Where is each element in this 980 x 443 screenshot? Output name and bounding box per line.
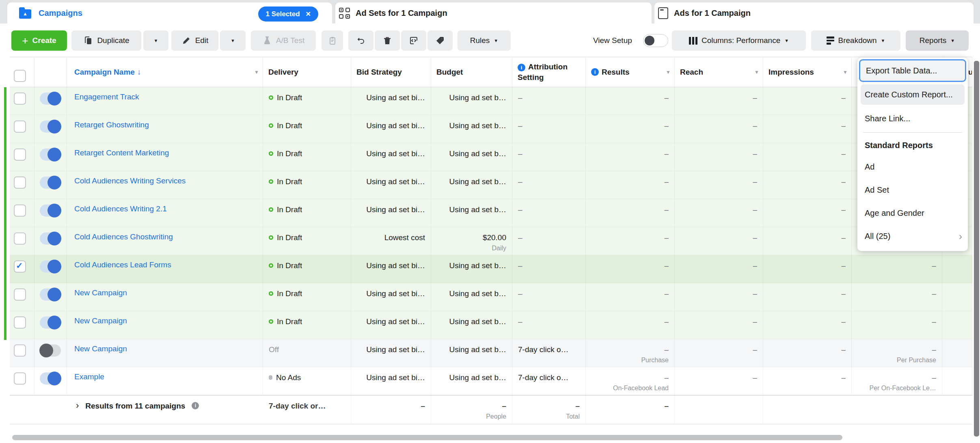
selected-filter-pill[interactable]: 1 Selected ✕ <box>258 6 318 22</box>
create-button[interactable]: + Create <box>11 30 67 51</box>
row-checkbox[interactable] <box>14 176 26 189</box>
campaign-active-toggle[interactable] <box>40 204 61 217</box>
reach-cell: – <box>675 339 763 367</box>
row-checkbox[interactable] <box>14 204 26 217</box>
edit-button[interactable]: Edit <box>171 30 218 51</box>
column-header-reach[interactable]: Reach ▼ <box>675 57 763 87</box>
info-icon[interactable]: i <box>591 68 599 76</box>
table-row[interactable]: Engagement Track In Draft Using ad set b… <box>10 87 972 115</box>
campaign-name-link[interactable]: Cold Audiences Writing Services <box>74 176 186 185</box>
column-header-campaign-name[interactable]: Campaign Name ↓ ▼ <box>67 57 263 87</box>
table-row[interactable]: Cold Audiences Writing 2.1 In Draft Usin… <box>10 199 972 227</box>
menu-item-age-and-gender[interactable]: Age and Gender <box>857 202 968 225</box>
reports-button[interactable]: Reports ▼ <box>906 30 969 51</box>
table-row[interactable]: Cold Audiences Ghostwriting In Draft Low… <box>10 227 972 255</box>
clear-selection-icon[interactable]: ✕ <box>306 10 311 18</box>
menu-item-all[interactable]: All (25) › <box>857 225 968 248</box>
info-icon[interactable]: i <box>192 402 199 409</box>
row-checkbox[interactable] <box>14 232 26 245</box>
column-menu-icon[interactable]: ▼ <box>666 69 671 75</box>
breakdown-button[interactable]: Breakdown ▼ <box>811 30 900 51</box>
edit-dropdown-button[interactable]: ▼ <box>220 30 246 51</box>
view-setup-toggle[interactable] <box>643 34 668 47</box>
menu-item-share-link[interactable]: Share Link... <box>857 107 968 130</box>
table-row[interactable]: New Campaign Off Using ad set bi… Using … <box>10 339 972 367</box>
campaign-name-link[interactable]: Engagement Track <box>74 92 139 101</box>
tab-ad-sets[interactable]: Ad Sets for 1 Campaign <box>335 2 652 24</box>
expand-summary-icon[interactable]: › <box>76 401 79 411</box>
ab-test-button[interactable]: A/B Test <box>251 30 316 51</box>
vertical-scrollbar[interactable] <box>974 61 979 437</box>
duplicate-button[interactable]: Duplicate <box>71 30 141 51</box>
campaign-active-toggle[interactable] <box>40 176 61 189</box>
campaign-inactive-toggle[interactable] <box>40 344 61 357</box>
campaign-name-link[interactable]: Example <box>74 372 104 381</box>
columns-button[interactable]: Columns: Performance ▼ <box>672 30 806 51</box>
campaign-active-toggle[interactable] <box>40 316 61 329</box>
attribution-cell: – <box>512 199 586 227</box>
paste-button[interactable] <box>322 30 343 51</box>
campaign-name-link[interactable]: Retarget Content Marketing <box>74 148 169 157</box>
budget-cell: Using ad set b… <box>431 171 512 199</box>
undo-button[interactable] <box>348 30 373 51</box>
column-menu-icon[interactable]: ▼ <box>843 69 848 75</box>
row-checkbox[interactable] <box>14 316 26 329</box>
info-icon[interactable]: i <box>518 64 525 71</box>
attribution-cell: – <box>512 115 586 143</box>
column-header-bid-strategy[interactable]: Bid Strategy <box>351 57 431 87</box>
tab-campaigns[interactable]: ▲ Campaigns 1 Selected ✕ <box>7 2 332 24</box>
duplicate-dropdown-button[interactable]: ▼ <box>143 30 168 51</box>
select-all-checkbox[interactable] <box>14 70 26 82</box>
campaign-active-toggle[interactable] <box>40 372 61 385</box>
row-checkbox[interactable] <box>14 92 26 105</box>
flask-icon <box>262 36 272 45</box>
campaign-name-link[interactable]: New Campaign <box>74 316 127 325</box>
row-checkbox[interactable] <box>14 148 26 161</box>
delete-button[interactable] <box>375 30 400 51</box>
row-checkbox[interactable] <box>14 288 26 301</box>
campaign-name-link[interactable]: Cold Audiences Writing 2.1 <box>74 204 167 213</box>
budget-cell: Using ad set b… <box>431 339 512 367</box>
campaign-name-link[interactable]: Retarget Ghostwriting <box>74 120 149 129</box>
tag-button[interactable] <box>427 30 453 51</box>
tab-ads[interactable]: Ads for 1 Campaign <box>654 2 974 24</box>
horizontal-scrollbar[interactable] <box>12 435 842 440</box>
menu-item-ad[interactable]: Ad <box>857 155 968 178</box>
column-header-results[interactable]: i Results ▼ <box>586 57 675 87</box>
column-header-delivery[interactable]: Delivery <box>263 57 351 87</box>
menu-item-ad-set[interactable]: Ad Set <box>857 178 968 202</box>
rules-button[interactable]: Rules ▼ <box>458 30 511 51</box>
column-menu-icon[interactable]: ▼ <box>754 69 759 75</box>
column-header-attribution[interactable]: iAttribution Setting <box>512 57 586 87</box>
in-draft-icon <box>269 263 273 268</box>
table-row[interactable]: Retarget Content Marketing In Draft Usin… <box>10 143 972 171</box>
trash-icon <box>382 36 392 45</box>
table-row[interactable]: Retarget Ghostwriting In Draft Using ad … <box>10 115 972 143</box>
embed-button[interactable] <box>401 30 426 51</box>
row-checkbox[interactable] <box>14 372 26 385</box>
column-header-budget[interactable]: Budget <box>431 57 512 87</box>
table-row[interactable]: Example No Ads Using ad set bi… Using ad… <box>10 367 972 395</box>
campaign-name-link[interactable]: New Campaign <box>74 344 127 353</box>
campaign-active-toggle[interactable] <box>40 148 61 161</box>
delivery-status: In Draft <box>277 92 302 103</box>
campaign-active-toggle[interactable] <box>40 260 61 273</box>
campaign-active-toggle[interactable] <box>40 288 61 301</box>
table-row[interactable]: Cold Audiences Writing Services In Draft… <box>10 171 972 199</box>
campaign-active-toggle[interactable] <box>40 120 61 133</box>
campaign-name-link[interactable]: Cold Audiences Ghostwriting <box>74 232 173 241</box>
campaign-name-link[interactable]: Cold Audiences Lead Forms <box>74 260 171 269</box>
table-row[interactable]: New Campaign In Draft Using ad set bi… U… <box>10 311 972 339</box>
row-checkbox[interactable] <box>14 344 26 357</box>
row-checkbox[interactable] <box>14 120 26 133</box>
campaign-name-link[interactable]: New Campaign <box>74 288 127 297</box>
table-row-selected[interactable]: Cold Audiences Lead Forms In Draft Using… <box>10 255 972 283</box>
column-header-impressions[interactable]: Impressions ▼ <box>763 57 852 87</box>
campaign-active-toggle[interactable] <box>40 232 61 245</box>
campaign-active-toggle[interactable] <box>40 92 61 105</box>
row-checkbox-checked[interactable] <box>14 260 26 273</box>
column-menu-icon[interactable]: ▼ <box>254 69 259 75</box>
menu-item-export-table-data[interactable]: Export Table Data... <box>859 59 966 82</box>
table-row[interactable]: New Campaign In Draft Using ad set bi… U… <box>10 283 972 311</box>
menu-item-create-custom-report[interactable]: Create Custom Report... <box>861 84 965 105</box>
